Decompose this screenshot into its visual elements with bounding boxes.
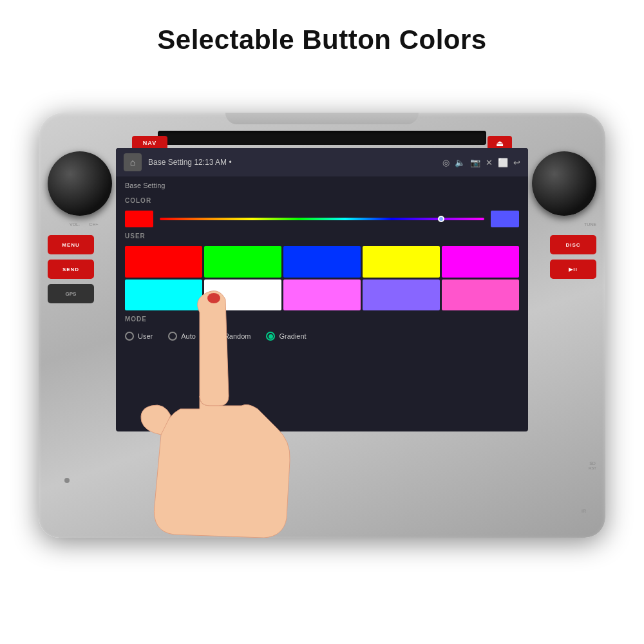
mode-random[interactable]: Random <box>211 332 251 341</box>
car-unit: NAV ⏏ VOL- CH+ TUNE ⌂ Base Setting 12:13… <box>39 113 605 538</box>
menu-button[interactable]: MENU <box>48 235 94 254</box>
rst-label: RST <box>589 466 596 470</box>
mode-gradient-label: Gradient <box>279 332 306 340</box>
swatch-hotpink[interactable] <box>442 279 519 311</box>
gps-button[interactable]: GPS <box>48 284 94 303</box>
mic-dot <box>64 478 70 483</box>
page-title: Selectable Button Colors <box>0 0 644 55</box>
radio-user[interactable] <box>125 332 134 341</box>
swatch-green[interactable] <box>204 246 281 278</box>
mode-section-label: MODE <box>125 316 519 323</box>
mode-user[interactable]: User <box>125 332 153 341</box>
send-button[interactable]: SEND <box>48 260 94 279</box>
swatch-magenta[interactable] <box>442 246 519 278</box>
radio-random[interactable] <box>211 332 220 341</box>
swatch-cyan[interactable] <box>125 279 202 311</box>
left-knob[interactable] <box>48 151 112 216</box>
swatch-white[interactable] <box>204 279 281 311</box>
mode-row: User Auto Random Gradient <box>125 332 519 341</box>
color-swatch-selected <box>491 211 519 227</box>
main-content: Base Setting COLOR USER <box>116 176 528 431</box>
mode-gradient[interactable]: Gradient <box>266 332 306 341</box>
status-title: Base Setting 12:13 AM • <box>148 158 436 167</box>
screen-content: ⌂ Base Setting 12:13 AM • ◎ 🔈 📷 ✕ ⬜ ↩ Ba… <box>116 148 528 431</box>
volume-icon: 🔈 <box>455 158 465 167</box>
status-icons: ◎ 🔈 📷 ✕ ⬜ ↩ <box>442 158 520 167</box>
location-icon: ◎ <box>442 158 450 167</box>
camera-icon: 📷 <box>470 158 480 167</box>
cd-slot[interactable] <box>158 131 486 145</box>
swatch-lavender[interactable] <box>363 279 440 311</box>
ir-label: IR <box>582 509 586 513</box>
back-icon[interactable]: ↩ <box>513 158 520 167</box>
radio-gradient-inner <box>269 334 273 339</box>
tune-label: TUNE <box>584 222 596 227</box>
color-row <box>125 211 519 227</box>
mode-auto-label: Auto <box>181 332 196 340</box>
swatch-yellow[interactable] <box>363 246 440 278</box>
swatch-pink[interactable] <box>283 279 361 311</box>
mode-random-label: Random <box>224 332 251 340</box>
swatch-red[interactable] <box>125 246 202 278</box>
color-slider-thumb[interactable] <box>438 216 444 222</box>
right-knob[interactable] <box>532 151 596 216</box>
home-icon[interactable]: ⌂ <box>124 153 142 171</box>
screen: ⌂ Base Setting 12:13 AM • ◎ 🔈 📷 ✕ ⬜ ↩ Ba… <box>116 148 528 431</box>
color-section-label: COLOR <box>125 197 519 204</box>
close-icon[interactable]: ✕ <box>486 158 493 167</box>
color-swatch-current[interactable] <box>125 211 153 227</box>
mode-user-label: User <box>138 332 153 340</box>
mode-auto[interactable]: Auto <box>168 332 196 341</box>
window-icon[interactable]: ⬜ <box>498 158 508 167</box>
radio-auto[interactable] <box>168 332 177 341</box>
disc-button[interactable]: DISC <box>550 235 596 254</box>
right-panel: DISC ▶II <box>550 235 596 279</box>
user-section-label: USER <box>125 232 519 240</box>
color-slider[interactable] <box>160 218 484 220</box>
play-pause-button[interactable]: ▶II <box>550 260 596 279</box>
base-setting-header: Base Setting <box>125 182 519 189</box>
vol-label: VOL- CH+ <box>70 222 99 227</box>
radio-gradient[interactable] <box>266 332 275 341</box>
user-color-grid <box>125 246 519 310</box>
top-arc <box>225 113 419 124</box>
swatch-blue[interactable] <box>283 246 361 278</box>
left-panel: MENU SEND GPS <box>48 235 94 303</box>
sd-label: SD RST <box>589 461 596 470</box>
status-bar: ⌂ Base Setting 12:13 AM • ◎ 🔈 📷 ✕ ⬜ ↩ <box>116 148 528 176</box>
